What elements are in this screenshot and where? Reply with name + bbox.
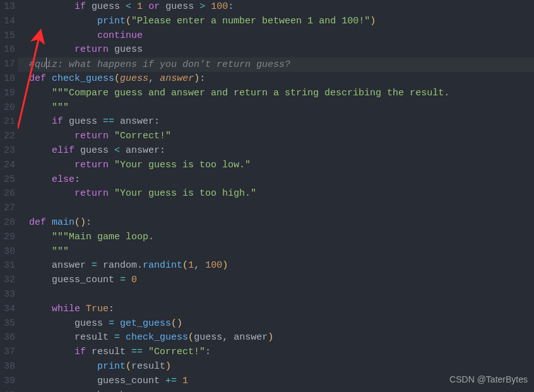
code-line[interactable]: continue bbox=[18, 29, 534, 44]
code-token: : bbox=[154, 116, 160, 127]
code-token: random bbox=[97, 260, 137, 271]
code-token: print bbox=[97, 16, 126, 27]
line-number: 33 bbox=[0, 288, 15, 302]
line-number: 20 bbox=[0, 101, 15, 116]
code-token: = bbox=[92, 260, 97, 271]
line-number: 24 bbox=[0, 158, 15, 173]
code-area[interactable]: if guess < 1 or guess > 100: print("Plea… bbox=[18, 0, 534, 392]
line-number: 28 bbox=[0, 216, 15, 230]
code-token: > bbox=[199, 1, 205, 12]
line-number: 25 bbox=[0, 173, 15, 187]
code-token: if bbox=[74, 347, 86, 357]
code-token: = bbox=[109, 318, 114, 329]
code-token: "Correct!" bbox=[114, 131, 171, 141]
code-line[interactable]: return guess bbox=[18, 43, 534, 57]
code-token: ( bbox=[74, 217, 80, 228]
code-line[interactable]: #quiz: what happens if you don't return … bbox=[18, 57, 534, 72]
code-token bbox=[114, 318, 120, 329]
code-token: or bbox=[148, 1, 160, 12]
code-token: return bbox=[74, 188, 109, 199]
code-line[interactable]: """ bbox=[18, 245, 534, 259]
code-token bbox=[131, 1, 137, 12]
code-token: , bbox=[194, 260, 205, 271]
code-token: return bbox=[74, 44, 109, 55]
line-number: 36 bbox=[0, 331, 15, 345]
code-line[interactable]: """ bbox=[18, 101, 534, 116]
code-line[interactable]: if guess < 1 or guess > 100: bbox=[18, 0, 534, 15]
line-number: 30 bbox=[0, 245, 15, 259]
code-token: ( bbox=[182, 260, 188, 271]
code-token: : bbox=[205, 347, 211, 357]
code-token bbox=[29, 390, 97, 392]
code-token: """ bbox=[29, 246, 69, 257]
code-token bbox=[109, 188, 114, 199]
code-token: answer bbox=[160, 73, 194, 84]
code-line[interactable]: def check_guess(guess, answer): bbox=[18, 72, 534, 86]
code-token: check_guess bbox=[126, 332, 188, 343]
code-line[interactable] bbox=[18, 288, 534, 302]
code-token: main bbox=[52, 217, 74, 228]
code-token bbox=[126, 275, 131, 285]
code-line[interactable] bbox=[18, 201, 534, 216]
code-token bbox=[46, 73, 52, 84]
code-token: : bbox=[86, 217, 92, 228]
code-token: else bbox=[52, 174, 74, 185]
code-line[interactable]: answer = random.randint(1, 100) bbox=[18, 259, 534, 273]
line-number: 34 bbox=[0, 302, 15, 317]
line-number: 40 bbox=[0, 389, 15, 392]
code-line[interactable]: return "Your guess is too low." bbox=[18, 158, 534, 173]
code-token: check_guess bbox=[52, 73, 114, 84]
code-line[interactable]: """Main game loop. bbox=[18, 230, 534, 245]
code-line[interactable]: guess_count = 0 bbox=[18, 273, 534, 288]
code-token: "Correct!" bbox=[148, 347, 205, 357]
line-number: 37 bbox=[0, 345, 15, 360]
code-line[interactable]: return "Correct!" bbox=[18, 129, 534, 144]
code-editor[interactable]: 1314151617181920212223242526272829303132… bbox=[0, 0, 534, 392]
code-line[interactable]: return "Your guess is too high." bbox=[18, 187, 534, 201]
code-token: . bbox=[137, 260, 143, 271]
line-number: 35 bbox=[0, 317, 15, 331]
code-token: guess bbox=[160, 1, 199, 12]
code-line[interactable]: break bbox=[18, 389, 534, 392]
code-token: == bbox=[103, 116, 114, 127]
code-token: ) bbox=[165, 361, 171, 372]
code-token: while bbox=[52, 304, 80, 314]
code-line[interactable]: if result == "Correct!": bbox=[18, 345, 534, 360]
code-token bbox=[29, 174, 52, 185]
line-number: 13 bbox=[0, 0, 15, 15]
code-line[interactable]: guess = get_guess() bbox=[18, 317, 534, 331]
code-token: ( bbox=[171, 318, 177, 329]
code-token: """Main game loop. bbox=[52, 232, 154, 242]
code-token: break bbox=[97, 390, 126, 392]
code-line[interactable]: result = check_guess(guess, answer) bbox=[18, 331, 534, 345]
code-token bbox=[29, 361, 97, 372]
code-token: += bbox=[165, 376, 177, 386]
code-line[interactable]: elif guess < answer: bbox=[18, 144, 534, 158]
line-number: 23 bbox=[0, 144, 15, 158]
code-token bbox=[29, 88, 52, 98]
code-token: answer bbox=[114, 116, 154, 127]
code-token bbox=[29, 131, 74, 141]
code-token: ( bbox=[188, 332, 194, 343]
code-line[interactable]: """Compare guess and answer and return a… bbox=[18, 86, 534, 101]
code-token bbox=[109, 160, 114, 170]
code-line[interactable]: print("Please enter a number between 1 a… bbox=[18, 15, 534, 29]
code-token: print bbox=[97, 361, 126, 372]
code-token bbox=[143, 1, 148, 12]
code-token: guess bbox=[74, 145, 114, 156]
code-token: ) bbox=[370, 16, 376, 27]
code-token: "Your guess is too low." bbox=[114, 160, 251, 170]
code-token: get_guess bbox=[120, 318, 171, 329]
code-token: guess bbox=[29, 318, 109, 329]
code-line[interactable]: else: bbox=[18, 173, 534, 187]
code-line[interactable]: def main(): bbox=[18, 216, 534, 230]
line-number: 16 bbox=[0, 43, 15, 57]
code-token bbox=[109, 131, 114, 141]
code-token: : bbox=[160, 145, 165, 156]
line-number: 21 bbox=[0, 115, 15, 129]
code-token: : bbox=[199, 73, 205, 84]
code-line[interactable]: while True: bbox=[18, 302, 534, 317]
code-line[interactable]: if guess == answer: bbox=[18, 115, 534, 129]
code-token: iz: what happens if you don't return gue… bbox=[46, 59, 290, 70]
line-number: 31 bbox=[0, 259, 15, 273]
